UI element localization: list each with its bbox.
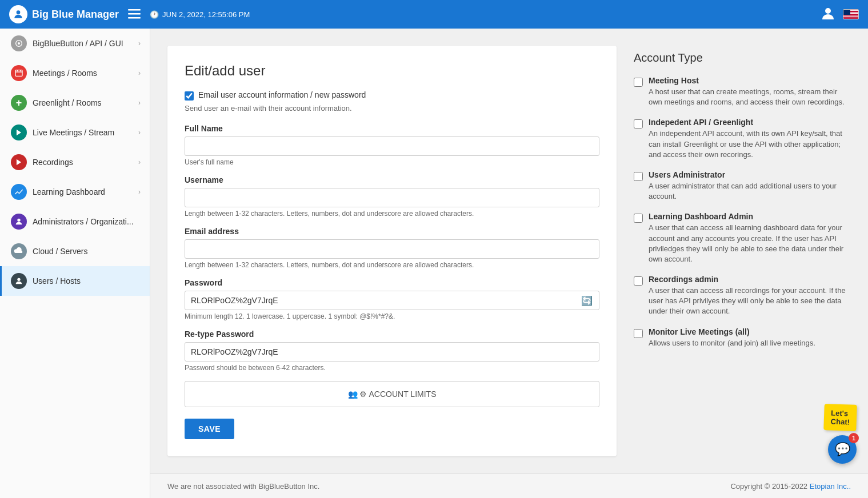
sidebar-icon-live-meetings [11, 124, 27, 140]
username-label: Username [185, 175, 599, 184]
chat-badge: 1 [849, 433, 859, 443]
password-label: Password [185, 278, 599, 287]
email-hint2: Length between 1-32 characters. Letters,… [185, 261, 599, 269]
footer-link[interactable]: Etopian Inc.. [810, 482, 851, 491]
app-name: Big Blue Manager [32, 9, 119, 21]
email-group: Email address Length between 1-32 charac… [185, 227, 599, 269]
username-input[interactable] [185, 188, 599, 207]
svg-marker-11 [17, 159, 21, 166]
language-flag[interactable] [843, 9, 859, 19]
username-hint: Length between 1-32 characters. Letters,… [185, 210, 599, 218]
username-group: Username Length between 1-32 characters.… [185, 175, 599, 218]
svg-point-12 [17, 219, 20, 222]
app-logo: Big Blue Manager [9, 5, 119, 23]
email-hint: Send user an e-mail with their account i… [185, 104, 599, 113]
full-name-group: Full Name User's full name [185, 124, 599, 166]
chat-button[interactable]: 💬 1 [828, 435, 857, 464]
lets-chat-note: Let'sChat! [823, 404, 857, 431]
header-left: Big Blue Manager 🕐 JUN 2, 2022, 12:55:06… [9, 5, 820, 24]
email-input[interactable] [185, 239, 599, 259]
svg-rect-2 [128, 13, 141, 15]
sidebar-icon-bigbluebutton [11, 35, 27, 51]
svg-rect-3 [128, 17, 141, 19]
password-wrapper: 🔄 [185, 291, 599, 310]
refresh-password-button[interactable]: 🔄 [579, 293, 595, 308]
email-label: Email address [185, 227, 599, 236]
content-area: Edit/add user Email user account informa… [150, 29, 868, 473]
account-type-list: Meeting HostA host user that can create … [634, 76, 851, 348]
sidebar-label-users-hosts: Users / Hosts [33, 276, 141, 286]
chevron-icon-meetings-rooms: › [138, 69, 141, 77]
account-type-item-meeting-host: Meeting HostA host user that can create … [634, 76, 851, 107]
header-datetime: 🕐 JUN 2, 2022, 12:55:06 PM [150, 10, 250, 19]
logo-icon [9, 5, 27, 23]
account-type-section: Account Type Meeting HostA host user tha… [634, 46, 851, 456]
password-input[interactable] [185, 291, 599, 310]
sidebar-item-live-meetings[interactable]: Live Meetings / Stream› [0, 118, 150, 147]
sidebar-item-recordings[interactable]: Recordings› [0, 147, 150, 177]
user-account-button[interactable] [820, 6, 836, 23]
full-name-hint: User's full name [185, 158, 599, 166]
chevron-icon-live-meetings: › [138, 128, 141, 136]
svg-point-13 [17, 278, 20, 281]
account-type-checkbox-meeting-host[interactable] [634, 78, 643, 87]
sidebar-label-live-meetings: Live Meetings / Stream [33, 128, 138, 137]
page-title: Edit/add user [185, 63, 599, 79]
sidebar-icon-learning-dashboard [11, 184, 27, 200]
sidebar-label-cloud-servers: Cloud / Servers [33, 247, 141, 256]
account-type-content-independent-api: Indepedent API / GreenlightAn independen… [649, 118, 851, 160]
svg-rect-6 [15, 70, 22, 77]
sidebar-icon-meetings-rooms [11, 65, 27, 81]
sidebar-item-bigbluebutton[interactable]: BigBlueButton / API / GUI› [0, 29, 150, 58]
sidebar-label-learning-dashboard: Learning Dashboard [33, 187, 138, 196]
account-type-desc-learning-dashboard-admin: A user that can access all learning dash… [649, 223, 851, 264]
email-checkbox[interactable] [185, 91, 194, 101]
chevron-icon-learning-dashboard: › [138, 188, 141, 196]
account-type-name-meeting-host: Meeting Host [649, 76, 851, 85]
footer: We are not associated with BigBlueButton… [150, 473, 868, 498]
full-name-input[interactable] [185, 136, 599, 156]
sidebar-item-meetings-rooms[interactable]: Meetings / Rooms› [0, 58, 150, 88]
account-limits-button[interactable]: 👥 ⚙ ACCOUNT LIMITS [185, 381, 599, 407]
svg-point-5 [18, 42, 20, 45]
sidebar-icon-cloud-servers [11, 243, 27, 259]
footer-left: We are not associated with BigBlueButton… [167, 482, 319, 491]
header-right [820, 6, 859, 23]
retype-password-hint: Password should be between 6-42 characte… [185, 364, 599, 372]
account-type-item-recordings-admin: Recordings adminA user that can access a… [634, 275, 851, 317]
chat-widget: Let'sChat! 💬 1 [824, 404, 857, 464]
sidebar-label-recordings: Recordings [33, 158, 138, 167]
svg-marker-10 [17, 130, 21, 136]
sidebar-label-bigbluebutton: BigBlueButton / API / GUI [33, 39, 138, 48]
account-type-name-monitor-live: Monitor Live Meetings (all) [649, 327, 815, 336]
account-type-checkbox-learning-dashboard-admin[interactable] [634, 214, 643, 223]
footer-right-text: Copyright © 2015-2022 [730, 482, 809, 491]
svg-rect-1 [128, 9, 141, 11]
sidebar-item-users-hosts[interactable]: Users / Hosts [0, 266, 150, 296]
sidebar-item-administrators[interactable]: Administrators / Organizati... [0, 207, 150, 236]
account-type-checkbox-monitor-live[interactable] [634, 329, 643, 338]
email-checkbox-row: Email user account information / new pas… [185, 90, 599, 101]
svg-point-0 [17, 10, 21, 14]
account-type-content-learning-dashboard-admin: Learning Dashboard AdminA user that can … [649, 212, 851, 264]
account-type-checkbox-recordings-admin[interactable] [634, 276, 643, 286]
account-type-item-learning-dashboard-admin: Learning Dashboard AdminA user that can … [634, 212, 851, 264]
account-type-item-users-administrator: Users AdministratorA user administrator … [634, 170, 851, 202]
chat-icon: 💬 [835, 442, 850, 457]
account-type-checkbox-users-administrator[interactable] [634, 172, 643, 181]
sidebar-label-greenlight-rooms: Greenlight / Rooms [33, 98, 138, 107]
sidebar-label-meetings-rooms: Meetings / Rooms [33, 69, 138, 78]
retype-password-label: Re-type Password [185, 330, 599, 339]
sidebar-item-greenlight-rooms[interactable]: +Greenlight / Rooms› [0, 88, 150, 118]
account-type-content-recordings-admin: Recordings adminA user that can access a… [649, 275, 851, 317]
email-checkbox-label[interactable]: Email user account information / new pas… [198, 90, 366, 99]
hamburger-button[interactable] [126, 5, 143, 24]
account-type-checkbox-independent-api[interactable] [634, 119, 643, 128]
sidebar: BigBlueButton / API / GUI›Meetings / Roo… [0, 29, 150, 498]
account-type-desc-meeting-host: A host user that can create meetings, ro… [649, 87, 851, 107]
save-button[interactable]: SAVE [185, 419, 234, 439]
sidebar-item-learning-dashboard[interactable]: Learning Dashboard› [0, 177, 150, 207]
edit-user-form: Edit/add user Email user account informa… [167, 46, 617, 456]
retype-password-input[interactable] [185, 342, 599, 362]
sidebar-item-cloud-servers[interactable]: Cloud / Servers [0, 236, 150, 266]
